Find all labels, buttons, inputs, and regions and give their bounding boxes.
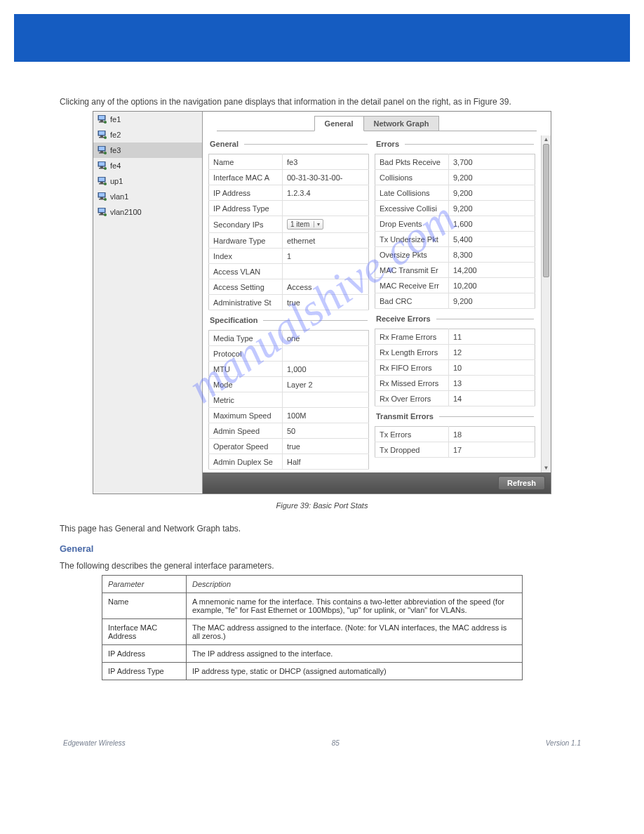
kv-key: Oversize Pkts [375, 247, 449, 263]
svg-rect-32 [100, 213, 103, 214]
svg-rect-2 [100, 120, 103, 121]
kv-key: Admin Duplex Se [209, 454, 283, 470]
table-row: Media Typeone [209, 331, 369, 346]
kv-value: 14 [449, 391, 535, 406]
table-row: Oversize Pkts8,300 [375, 247, 535, 263]
kv-key: Rx Length Errors [375, 345, 449, 360]
kv-value: 3,700 [449, 154, 535, 170]
scroll-down-icon[interactable]: ▼ [543, 465, 549, 472]
table-row: Access SettingAccess [209, 279, 369, 295]
intro-text: Clicking any of the options in the navig… [60, 97, 584, 107]
kv-value: fe3 [283, 154, 369, 170]
kv-key: Interface MAC A [209, 170, 283, 185]
kv-value: 18 [449, 427, 535, 442]
table-row: Access VLAN [209, 264, 369, 279]
table-row: Bad CRC9,200 [375, 293, 535, 309]
kv-value: 8,300 [449, 247, 535, 263]
kv-value: true [283, 295, 369, 310]
chevron-down-icon: ▾ [314, 221, 320, 227]
kv-value [283, 264, 369, 279]
refresh-button[interactable]: Refresh [498, 476, 545, 490]
kv-key: Hardware Type [209, 233, 283, 249]
svg-rect-11 [99, 147, 105, 150]
transmit-errors-table: Tx Errors18Tx Dropped17 [375, 426, 535, 458]
kv-value: Layer 2 [283, 377, 369, 392]
svg-rect-6 [99, 131, 105, 135]
kv-key: Access Setting [209, 279, 283, 295]
kv-value: 9,200 [449, 185, 535, 201]
table-row: Index1 [209, 249, 369, 264]
kv-key: MAC Transmit Er [375, 263, 449, 278]
kv-key: Late Collisions [375, 185, 449, 201]
sidebar-item-vlan2100[interactable]: vlan2100 [93, 204, 202, 220]
scroll-up-icon[interactable]: ▲ [543, 136, 549, 143]
section-rx-title: Receive Errors [375, 313, 535, 324]
svg-point-14 [104, 152, 107, 154]
kv-value: 100M [283, 408, 369, 423]
page-footer: Edgewater Wireless 85 Version 1.1 [0, 697, 644, 754]
parameter-description-table: Parameter Description NameA mnemonic nam… [102, 575, 523, 680]
scrollbar[interactable]: ▲ ▼ [541, 135, 551, 472]
kv-value: 1,000 [283, 362, 369, 377]
kv-value: 14,200 [449, 263, 535, 278]
sidebar-item-up1[interactable]: up1 [93, 173, 202, 189]
sidebar-item-fe3[interactable]: fe3 [93, 143, 202, 158]
general-heading: General [60, 543, 584, 554]
kv-value: 5,400 [449, 232, 535, 247]
kv-key: Access VLAN [209, 264, 283, 279]
nic-icon [98, 192, 107, 201]
nic-icon [98, 208, 107, 216]
svg-point-4 [104, 121, 107, 124]
kv-value: ethernet [283, 233, 369, 249]
svg-point-29 [104, 198, 107, 201]
svg-rect-26 [99, 193, 105, 197]
table-row: Rx Frame Errors11 [375, 329, 535, 345]
svg-rect-13 [99, 152, 105, 154]
table-row: Drop Events1,600 [375, 216, 535, 232]
sidebar-item-fe4[interactable]: fe4 [93, 158, 202, 173]
sidebar-item-fe1[interactable]: fe1 [93, 112, 202, 127]
table-row: Secondary IPs1 item▾ [209, 216, 369, 233]
table-row: Excessive Collisi9,200 [375, 201, 535, 216]
interface-sidebar: fe1fe2fe3fe4up1vlan1vlan2100 [93, 112, 203, 494]
svg-rect-28 [99, 199, 105, 200]
table-row: Interface MAC AddressThe MAC address ass… [102, 619, 523, 645]
sidebar-item-fe2[interactable]: fe2 [93, 127, 202, 143]
col-parameter: Parameter [102, 576, 187, 593]
kv-key: Media Type [209, 331, 283, 346]
table-row: Tx Dropped17 [375, 442, 535, 458]
kv-value [283, 392, 369, 408]
sidebar-item-vlan1[interactable]: vlan1 [93, 189, 202, 204]
svg-rect-23 [99, 183, 105, 185]
table-row: Hardware Typeethernet [209, 233, 369, 249]
section-general-title: General [208, 138, 369, 150]
kv-value: 10 [449, 360, 535, 376]
table-row: Collisions9,200 [375, 170, 535, 185]
kv-value: 11 [449, 329, 535, 345]
scroll-thumb[interactable] [543, 144, 549, 277]
section-spec-title: Specification [208, 315, 369, 326]
table-row: Protocol [209, 346, 369, 362]
svg-rect-22 [100, 182, 103, 183]
table-row: IP AddressThe IP address assigned to the… [102, 645, 523, 663]
kv-value: 00-31-30-31-00- [283, 170, 369, 185]
svg-rect-31 [99, 208, 105, 212]
kv-value[interactable]: 1 item▾ [283, 216, 369, 233]
kv-key: MTU [209, 362, 283, 377]
nic-icon [98, 115, 107, 124]
tab-network-graph[interactable]: Network Graph [363, 116, 440, 131]
svg-point-9 [104, 136, 107, 139]
tab-general[interactable]: General [314, 116, 364, 131]
kv-key: Administrative St [209, 295, 283, 310]
table-row: Tx Errors18 [375, 427, 535, 442]
svg-rect-16 [99, 162, 105, 166]
param-name: Interface MAC Address [102, 619, 187, 645]
kv-value: 12 [449, 345, 535, 360]
kv-key: Bad Pkts Receive [375, 154, 449, 170]
kv-key: Collisions [375, 170, 449, 185]
table-row: Namefe3 [209, 154, 369, 170]
kv-value: Half [283, 454, 369, 470]
secondary-ips-dropdown[interactable]: 1 item▾ [287, 219, 323, 230]
svg-point-34 [104, 213, 107, 216]
specification-table: Media TypeoneProtocolMTU1,000ModeLayer 2… [208, 330, 369, 470]
